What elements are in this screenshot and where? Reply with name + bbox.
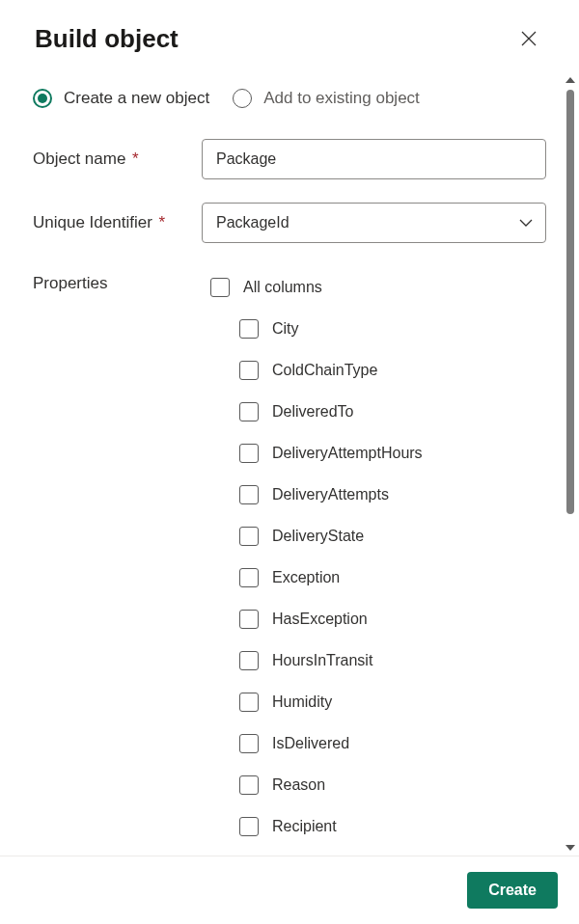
checkbox-label: HasException	[272, 611, 368, 628]
checkbox-icon	[239, 402, 259, 421]
dialog-footer: Create	[0, 856, 579, 924]
checkbox-property[interactable]: DeliveryState	[210, 515, 546, 557]
unique-identifier-label: Unique Identifier *	[33, 213, 202, 232]
object-name-row: Object name *	[33, 139, 546, 179]
close-icon	[520, 30, 538, 47]
checkbox-label: Reason	[272, 776, 325, 794]
checkbox-icon	[239, 444, 259, 463]
radio-selected-icon	[33, 89, 52, 108]
checkbox-icon	[239, 610, 259, 629]
checkbox-icon	[239, 527, 259, 546]
checkbox-icon	[239, 361, 259, 380]
scroll-up-arrow-icon[interactable]	[562, 71, 578, 88]
checkbox-property[interactable]: Reason	[210, 764, 546, 805]
object-name-label: Object name *	[33, 149, 202, 169]
create-button[interactable]: Create	[467, 872, 558, 909]
checkbox-label: Exception	[272, 569, 340, 586]
checkbox-label: DeliveryState	[272, 528, 364, 545]
mode-radio-group: Create a new object Add to existing obje…	[33, 89, 546, 108]
checkbox-property[interactable]: DeliveryAttemptHours	[210, 432, 546, 474]
checkbox-icon	[239, 651, 259, 670]
checkbox-property[interactable]: HoursInTransit	[210, 639, 546, 681]
checkbox-property[interactable]: DeliveryAttempts	[210, 474, 546, 515]
svg-marker-2	[565, 77, 575, 83]
checkbox-label: DeliveryAttempts	[272, 486, 389, 503]
checkbox-icon	[210, 278, 230, 297]
dialog-title: Build object	[35, 24, 179, 54]
unique-identifier-select[interactable]: PackageId	[202, 203, 546, 243]
close-button[interactable]	[513, 23, 544, 54]
checkbox-label: DeliveredTo	[272, 403, 353, 421]
checkbox-icon	[239, 693, 259, 712]
radio-add-existing[interactable]: Add to existing object	[233, 89, 420, 108]
object-name-input[interactable]	[202, 139, 546, 179]
checkbox-icon	[239, 485, 259, 504]
scroll-thumb[interactable]	[566, 90, 574, 514]
checkbox-property[interactable]: Recipient	[210, 805, 546, 847]
checkbox-label: Recipient	[272, 818, 337, 835]
scrollbar[interactable]	[562, 71, 578, 856]
checkbox-label: City	[272, 320, 299, 338]
properties-list: All columns CityColdChainTypeDeliveredTo…	[202, 266, 546, 847]
checkbox-label: DeliveryAttemptHours	[272, 445, 423, 462]
radio-create-new[interactable]: Create a new object	[33, 89, 209, 108]
select-value: PackageId	[216, 214, 290, 231]
checkbox-label: IsDelivered	[272, 735, 349, 752]
svg-marker-3	[565, 845, 575, 851]
checkbox-label: Humidity	[272, 693, 332, 711]
scroll-down-arrow-icon[interactable]	[562, 839, 578, 856]
checkbox-label: All columns	[243, 279, 322, 296]
checkbox-property[interactable]: ColdChainType	[210, 349, 546, 391]
checkbox-all-columns[interactable]: All columns	[210, 266, 546, 308]
dialog-header: Build object	[0, 0, 579, 71]
checkbox-property[interactable]: City	[210, 308, 546, 349]
unique-identifier-row: Unique Identifier * PackageId	[33, 203, 546, 243]
checkbox-property[interactable]: DeliveredTo	[210, 391, 546, 432]
dialog-body: Create a new object Add to existing obje…	[0, 71, 579, 856]
checkbox-property[interactable]: HasException	[210, 598, 546, 639]
checkbox-icon	[239, 734, 259, 753]
checkbox-icon	[239, 568, 259, 587]
checkbox-label: ColdChainType	[272, 362, 377, 379]
properties-row: Properties All columns CityColdChainType…	[33, 266, 546, 847]
checkbox-property[interactable]: Humidity	[210, 681, 546, 722]
checkbox-property[interactable]: IsDelivered	[210, 722, 546, 764]
build-object-dialog: Build object Create a new object Add to …	[0, 0, 579, 924]
radio-unselected-icon	[233, 89, 252, 108]
checkbox-property[interactable]: Exception	[210, 557, 546, 598]
checkbox-icon	[239, 817, 259, 836]
properties-label: Properties	[33, 266, 202, 293]
checkbox-icon	[239, 775, 259, 795]
checkbox-label: HoursInTransit	[272, 652, 372, 669]
radio-label: Add to existing object	[263, 89, 420, 108]
radio-label: Create a new object	[64, 89, 209, 108]
checkbox-icon	[239, 319, 259, 339]
